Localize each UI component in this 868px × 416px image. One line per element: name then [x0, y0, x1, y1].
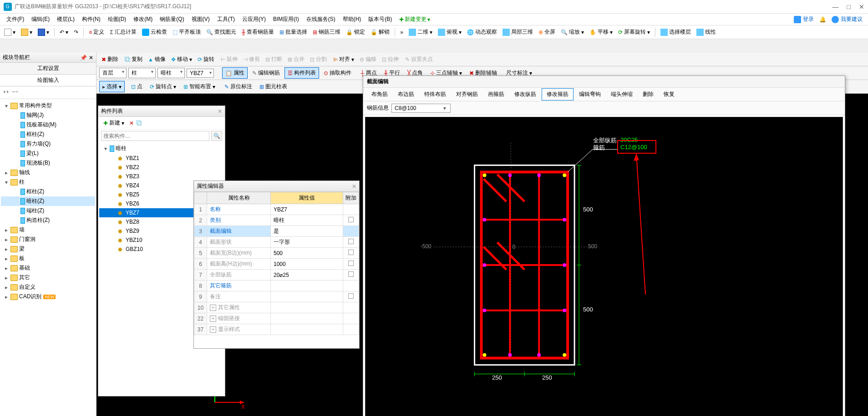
wireframe-button[interactable]: 线性: [694, 27, 718, 37]
tree-item[interactable]: 暗柱(Z): [1, 196, 95, 206]
section-tab[interactable]: 编辑弯钩: [574, 89, 605, 100]
tree-item[interactable]: 构造柱(Z): [1, 216, 95, 225]
select-button[interactable]: ▸ 选择 ▾: [99, 81, 125, 92]
batch-select-button[interactable]: ⊞ 批量选择: [277, 27, 310, 37]
component-item[interactable]: ✸YBZ1: [99, 154, 224, 163]
property-row[interactable]: 5截面宽(B边)(mm)500: [194, 248, 359, 259]
tree-item[interactable]: 现浇板(B): [1, 158, 95, 168]
property-row[interactable]: 6截面高(H边)(mm)1000: [194, 259, 359, 270]
component-search-input[interactable]: [101, 131, 209, 141]
tree-item[interactable]: ▾常用构件类型: [1, 101, 95, 110]
view-rebar-button[interactable]: ╫ 查看钢筋量: [239, 27, 277, 37]
component-list-button[interactable]: ☰ 构件列表: [284, 67, 319, 79]
delete-button[interactable]: ✖ 删除: [99, 54, 121, 65]
extend-button[interactable]: ⊢ 延伸: [218, 54, 240, 65]
component-combo[interactable]: YBZ7: [187, 69, 214, 78]
menu-cloud[interactable]: 云应用(Y): [239, 14, 269, 25]
tree-item[interactable]: 筏板基础(M): [1, 120, 95, 130]
notification-icon[interactable]: 🔔: [817, 15, 829, 24]
calc-button[interactable]: Σ 汇总计算: [107, 27, 138, 37]
orbit-button[interactable]: 🌐 动态观察: [465, 27, 499, 37]
tree-item[interactable]: ▸墙: [1, 225, 95, 235]
section-tab[interactable]: 恢复: [659, 89, 679, 100]
save-button[interactable]: ▾: [36, 27, 51, 37]
edit-rebar-button[interactable]: ✎ 编辑钢筋: [249, 68, 283, 78]
break-button[interactable]: ⊟ 打断: [263, 54, 284, 65]
menu-edit[interactable]: 编辑(E): [28, 14, 53, 25]
property-row[interactable]: 9备注: [194, 291, 359, 302]
smart-layout-button[interactable]: ⊞ 智能布置 ▾: [181, 81, 218, 92]
section-tab[interactable]: 端头伸缩: [606, 89, 637, 100]
align-button[interactable]: ⊫ 对齐 ▾: [331, 54, 356, 65]
section-tab[interactable]: 对齐钢筋: [452, 89, 482, 100]
top-view-button[interactable]: 俯视 ▾: [436, 27, 464, 37]
rotate-point-button[interactable]: ⟳ 旋转点 ▾: [147, 81, 179, 92]
section-tab[interactable]: 修改箍筋: [542, 88, 574, 100]
section-tab[interactable]: 删除: [638, 89, 658, 100]
tree-item[interactable]: ▸门窗洞: [1, 235, 95, 244]
section-tab[interactable]: 布角筋: [367, 89, 392, 100]
tree-item[interactable]: ▸梁: [1, 244, 95, 254]
component-item[interactable]: ✸YBZ3: [99, 172, 224, 181]
menu-draw[interactable]: 绘图(D): [104, 14, 130, 25]
component-item[interactable]: ✸YBZ2: [99, 163, 224, 172]
move-button[interactable]: ✥ 移动 ▾: [169, 54, 194, 65]
view-2d-button[interactable]: 二维 ▾: [406, 27, 435, 37]
split-button[interactable]: ⊡ 分割: [308, 54, 329, 65]
property-row[interactable]: 4截面形状一字形: [194, 237, 359, 248]
stretch-button[interactable]: ⊡ 拉伸: [380, 54, 401, 65]
floor-combo[interactable]: 首层: [99, 68, 127, 78]
new-component-button[interactable]: ✚ 新建 ▾: [101, 118, 127, 128]
maximize-button[interactable]: □: [847, 3, 851, 10]
trim-button[interactable]: ⊣ 修剪: [241, 54, 262, 65]
pan-button[interactable]: ✋ 平移 ▾: [587, 27, 615, 37]
zoom-button[interactable]: 🔍 缩放 ▾: [558, 27, 586, 37]
component-root[interactable]: ▾暗柱: [99, 143, 224, 154]
fullscreen-button[interactable]: ⊕ 全屏: [536, 27, 558, 37]
tree-item[interactable]: ▸自定义: [1, 282, 95, 292]
property-row[interactable]: 3截面编辑是: [194, 226, 359, 237]
menu-modify[interactable]: 修改(M): [130, 14, 156, 25]
define-button[interactable]: ≡ 定义: [86, 27, 107, 37]
tree-item[interactable]: ▸基础: [1, 263, 95, 273]
nav-tab-draw[interactable]: 绘图输入: [0, 75, 96, 86]
property-close-icon[interactable]: ✕: [352, 183, 356, 190]
subcategory-combo[interactable]: 暗柱: [157, 68, 185, 78]
menu-new-change[interactable]: ✚新建变更 ▾: [396, 14, 434, 25]
section-canvas[interactable]: -500 500 0: [365, 117, 843, 416]
merge-button[interactable]: ⊞ 合并: [285, 54, 307, 65]
select-floor-button[interactable]: 选择楼层: [658, 27, 693, 37]
rebar-info-input[interactable]: [391, 104, 451, 113]
undo-button[interactable]: ↶ ▾: [57, 28, 71, 37]
grip-button[interactable]: ✎ 设置夹点: [403, 54, 435, 65]
menu-bim[interactable]: BIM应用(I): [269, 14, 303, 25]
minimize-button[interactable]: —: [832, 3, 839, 10]
nav-close-icon[interactable]: ✕: [89, 55, 93, 61]
login-button[interactable]: 登录: [791, 15, 817, 24]
mirror-button[interactable]: ▲ 镜像: [146, 54, 168, 65]
category-combo[interactable]: 柱: [128, 68, 156, 78]
copy-component-icon[interactable]: ⿻: [137, 120, 142, 126]
property-row[interactable]: 1名称YBZ7: [194, 204, 359, 215]
nav-collapse-icon[interactable]: ⁻⁻: [12, 89, 18, 96]
property-row[interactable]: 2类别暗柱: [194, 215, 359, 226]
align-slab-button[interactable]: ⬚ 平齐板顶: [170, 27, 203, 37]
find-element-button[interactable]: 🔍 查找图元: [204, 27, 239, 37]
local-3d-button[interactable]: 局部三维: [500, 27, 535, 37]
tree-item[interactable]: ▾柱: [1, 177, 95, 187]
section-tab[interactable]: 修改纵筋: [510, 89, 541, 100]
rebar-3d-button[interactable]: ⊞ 钢筋三维: [310, 27, 343, 37]
pin-icon[interactable]: 📌: [80, 55, 87, 61]
nav-tab-settings[interactable]: 工程设置: [0, 63, 96, 75]
tree-item[interactable]: ▸其它: [1, 273, 95, 282]
menu-rebar[interactable]: 钢筋量(Q): [156, 14, 188, 25]
property-row[interactable]: 37+显示样式: [194, 324, 359, 335]
cloud-check-button[interactable]: 云检查: [140, 27, 169, 37]
lock-button[interactable]: 🔒 锁定: [344, 27, 367, 37]
menu-tools[interactable]: 工具(T): [213, 14, 239, 25]
unlock-button[interactable]: 🔓 解锁: [368, 27, 392, 37]
delete-component-icon[interactable]: ✕: [129, 120, 134, 126]
component-list-close-icon[interactable]: ✕: [218, 108, 222, 115]
menu-online[interactable]: 在线服务(S): [303, 14, 339, 25]
extract-button[interactable]: ⊙ 抽取构件: [321, 68, 354, 78]
